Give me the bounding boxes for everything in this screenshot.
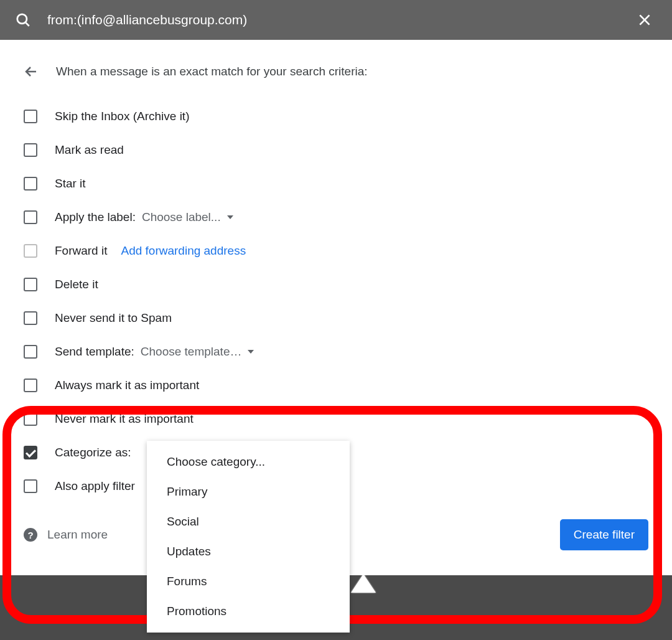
label-also-apply: Also apply filter xyxy=(55,479,135,493)
choose-template-text: Choose template… xyxy=(141,345,242,359)
option-star[interactable]: Star it xyxy=(24,167,648,200)
checkbox-also-apply[interactable] xyxy=(24,479,37,493)
label-apply-label: Apply the label: Choose label... xyxy=(55,210,233,224)
search-query[interactable]: from:(info@alliancebusgroup.com) xyxy=(47,12,616,27)
checkbox-never-important[interactable] xyxy=(24,412,37,426)
category-dropdown: Choose category... Primary Social Update… xyxy=(147,441,350,633)
search-icon[interactable] xyxy=(15,12,31,28)
option-send-template[interactable]: Send template: Choose template… xyxy=(24,335,648,369)
checkbox-mark-read[interactable] xyxy=(24,143,37,157)
search-bar: from:(info@alliancebusgroup.com) xyxy=(0,0,672,40)
learn-more-text: Learn more xyxy=(47,528,108,542)
category-updates[interactable]: Updates xyxy=(147,537,350,567)
checkbox-categorize[interactable] xyxy=(24,446,37,459)
checkbox-apply-label[interactable] xyxy=(24,210,37,224)
option-mark-read[interactable]: Mark as read xyxy=(24,133,648,167)
checkbox-skip-inbox[interactable] xyxy=(24,110,37,123)
category-choose[interactable]: Choose category... xyxy=(147,447,350,477)
chevron-down-icon xyxy=(227,215,233,219)
checkbox-star[interactable] xyxy=(24,177,37,191)
category-primary[interactable]: Primary xyxy=(147,477,350,507)
option-apply-label[interactable]: Apply the label: Choose label... xyxy=(24,200,648,234)
label-never-spam: Never send it to Spam xyxy=(55,311,172,325)
label-dropdown[interactable]: Choose label... xyxy=(142,210,233,224)
add-forwarding-link[interactable]: Add forwarding address xyxy=(121,244,246,258)
option-never-spam[interactable]: Never send it to Spam xyxy=(24,301,648,335)
help-icon: ? xyxy=(24,528,37,542)
checkbox-delete[interactable] xyxy=(24,278,37,291)
label-delete: Delete it xyxy=(55,278,98,291)
back-arrow-icon[interactable] xyxy=(24,64,39,79)
label-mark-read: Mark as read xyxy=(55,143,124,157)
option-delete[interactable]: Delete it xyxy=(24,268,648,301)
category-social[interactable]: Social xyxy=(147,507,350,537)
label-always-important: Always mark it as important xyxy=(55,379,199,392)
cursor-pointer-icon xyxy=(351,574,376,593)
choose-label-text: Choose label... xyxy=(142,210,221,224)
forward-text: Forward it xyxy=(55,244,107,258)
option-never-important[interactable]: Never mark it as important xyxy=(24,402,648,436)
category-forums[interactable]: Forums xyxy=(147,567,350,596)
header-row: When a message is an exact match for you… xyxy=(24,55,648,88)
option-forward[interactable]: Forward it Add forwarding address xyxy=(24,234,648,268)
apply-label-text: Apply the label: xyxy=(55,210,136,224)
category-promotions[interactable]: Promotions xyxy=(147,596,350,626)
close-icon[interactable] xyxy=(632,7,657,32)
checkbox-never-spam[interactable] xyxy=(24,311,37,325)
label-categorize: Categorize as: xyxy=(55,446,131,459)
checkbox-forward[interactable] xyxy=(24,244,37,258)
option-always-important[interactable]: Always mark it as important xyxy=(24,369,648,402)
template-dropdown[interactable]: Choose template… xyxy=(141,345,254,359)
learn-more-link[interactable]: ? Learn more xyxy=(24,528,108,542)
send-template-text: Send template: xyxy=(55,345,134,359)
svg-line-1 xyxy=(26,22,29,26)
label-forward: Forward it Add forwarding address xyxy=(55,244,246,258)
chevron-down-icon xyxy=(248,350,254,354)
label-skip-inbox: Skip the Inbox (Archive it) xyxy=(55,110,189,123)
create-filter-button[interactable]: Create filter xyxy=(560,519,648,550)
svg-point-0 xyxy=(17,14,27,24)
checkbox-send-template[interactable] xyxy=(24,345,37,359)
checkbox-always-important[interactable] xyxy=(24,379,37,392)
label-send-template: Send template: Choose template… xyxy=(55,345,254,359)
option-skip-inbox[interactable]: Skip the Inbox (Archive it) xyxy=(24,100,648,133)
label-never-important: Never mark it as important xyxy=(55,412,194,426)
page-title: When a message is an exact match for you… xyxy=(56,65,368,78)
label-star: Star it xyxy=(55,177,86,191)
